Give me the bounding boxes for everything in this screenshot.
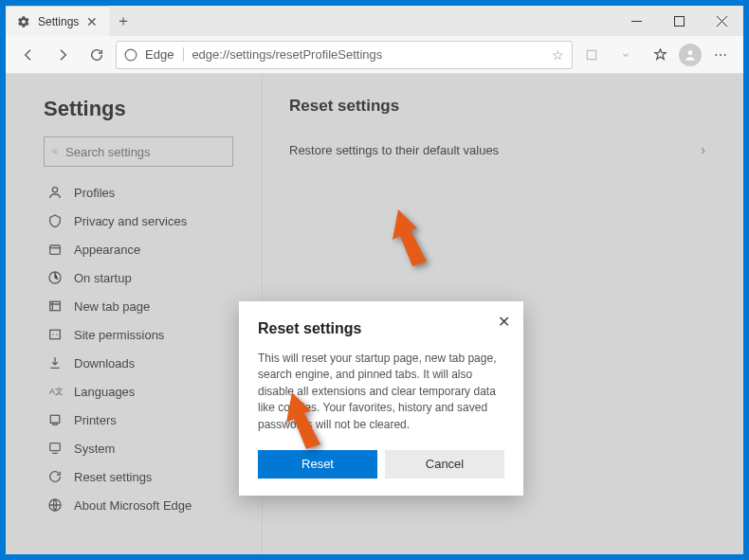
download-button[interactable]	[611, 40, 641, 70]
cancel-button[interactable]: Cancel	[385, 450, 504, 479]
favorite-icon[interactable]: ☆	[552, 47, 564, 63]
maximize-button[interactable]	[658, 6, 701, 36]
close-button[interactable]	[701, 6, 743, 36]
dialog-title: Reset settings	[258, 320, 504, 337]
profile-avatar[interactable]	[679, 44, 702, 66]
dialog-buttons: Reset Cancel	[258, 450, 504, 479]
reset-button[interactable]: Reset	[258, 450, 377, 479]
menu-button[interactable]: ⋯	[705, 40, 736, 70]
browser-tab[interactable]: Settings ✕	[6, 6, 109, 36]
titlebar: Settings ✕ ＋	[6, 6, 743, 36]
browser-window: Settings ✕ ＋ Edge edge://settings/resetP…	[6, 6, 743, 554]
svg-point-2	[125, 49, 137, 61]
back-button[interactable]	[13, 40, 44, 70]
svg-rect-0	[631, 21, 642, 22]
refresh-button[interactable]	[82, 40, 112, 70]
tab-close-icon[interactable]: ✕	[86, 14, 98, 29]
content-area: Settings ProfilesPrivacy and servicesApp…	[6, 74, 743, 554]
extension-button[interactable]	[576, 40, 607, 70]
gear-icon	[17, 15, 30, 28]
dialog-close-icon[interactable]: ✕	[498, 313, 510, 331]
new-tab-button[interactable]: ＋	[109, 6, 137, 36]
forward-button[interactable]	[47, 40, 78, 70]
address-bar[interactable]: Edge edge://settings/resetProfileSetting…	[116, 41, 573, 69]
dialog-body: This will reset your startup page, new t…	[258, 351, 504, 433]
svg-rect-1	[675, 16, 685, 26]
toolbar: Edge edge://settings/resetProfileSetting…	[6, 36, 743, 74]
favorites-button[interactable]	[645, 40, 675, 70]
url-text: edge://settings/resetProfileSettings	[192, 47, 544, 62]
svg-rect-3	[587, 50, 595, 59]
edge-icon	[124, 48, 137, 62]
tab-title: Settings	[38, 15, 79, 28]
svg-point-4	[688, 50, 693, 55]
window-controls	[615, 6, 743, 36]
site-label: Edge	[145, 47, 184, 62]
minimize-button[interactable]	[615, 6, 658, 36]
reset-dialog: ✕ Reset settings This will reset your st…	[239, 301, 523, 496]
